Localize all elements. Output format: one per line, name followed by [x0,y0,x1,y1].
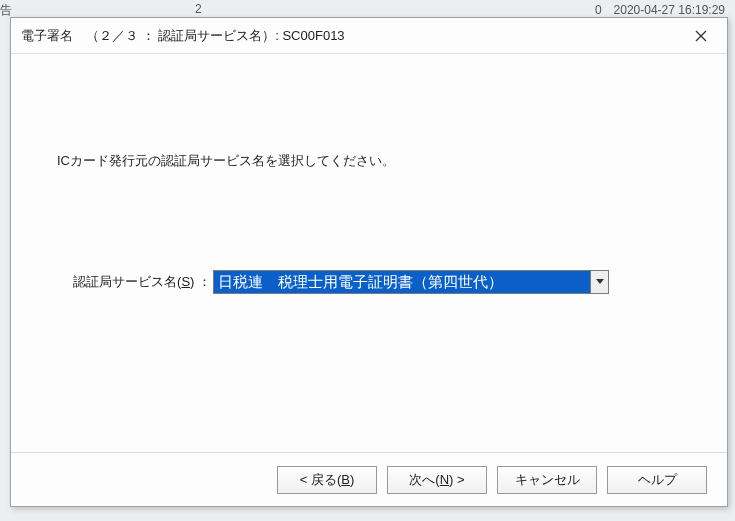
svg-marker-2 [596,279,604,284]
close-button[interactable] [681,21,721,51]
dialog-button-row: < 戻る(B) 次へ(N) > キャンセル ヘルプ [11,452,727,506]
digital-signature-dialog: 電子署名 （２／３ ： 認証局サービス名）: SC00F013 ICカード発行元… [10,17,728,507]
ca-service-name-row: 認証局サービス名(S) ： 日税連 税理士用電子証明書（第四世代） [57,270,681,294]
chevron-down-icon [596,279,604,285]
cancel-button[interactable]: キャンセル [497,466,597,494]
instruction-text: ICカード発行元の認証局サービス名を選択してください。 [57,152,681,170]
bg-text-number: 2 [195,2,202,16]
dialog-titlebar: 電子署名 （２／３ ： 認証局サービス名）: SC00F013 [11,18,727,54]
help-button[interactable]: ヘルプ [607,466,707,494]
combobox-dropdown-button[interactable] [590,271,608,293]
screenshot-root: 告 2 0 2020-04-27 16:19:29 電子署名 （２／３ ： 認証… [0,0,735,521]
dialog-content: ICカード発行元の認証局サービス名を選択してください。 認証局サービス名(S) … [11,54,727,454]
back-button[interactable]: < 戻る(B) [277,466,377,494]
ca-service-name-combobox[interactable]: 日税連 税理士用電子証明書（第四世代） [213,270,609,294]
ca-service-name-label: 認証局サービス名(S) ： [57,273,213,291]
combobox-selected-value: 日税連 税理士用電子証明書（第四世代） [214,271,590,293]
next-button[interactable]: 次へ(N) > [387,466,487,494]
close-icon [695,30,707,42]
dialog-title: 電子署名 （２／３ ： 認証局サービス名）: SC00F013 [21,27,345,45]
